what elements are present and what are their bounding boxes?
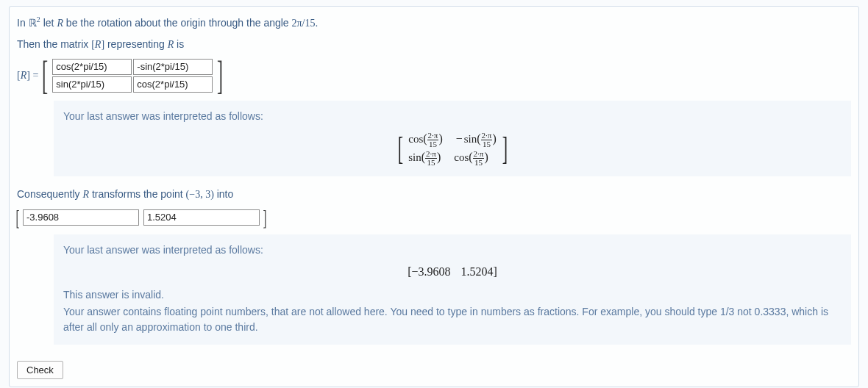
- var-R: R: [21, 70, 27, 81]
- disp-cell-1-1: cos(2·π15): [454, 150, 488, 167]
- prompt-line-2: Then the matrix [R] representing R is: [17, 37, 851, 52]
- interpreted-matrix: [ cos(2·π15) −sin(2·π15) sin(2·π15) cos(…: [63, 126, 842, 168]
- text: In: [17, 17, 29, 29]
- text: be the rotation about the origin through…: [63, 17, 292, 29]
- text: let: [40, 17, 57, 29]
- feedback-heading: Your last answer was interpreted as foll…: [63, 242, 842, 258]
- text: Consequently: [17, 188, 83, 200]
- disp-bracket-r: ]: [502, 134, 507, 164]
- invalid-heading: This answer is invalid.: [63, 287, 842, 303]
- text: representing: [104, 38, 168, 50]
- vector-input-row: [ ]: [17, 208, 851, 227]
- disp-y: 1.5204: [461, 265, 494, 279]
- matrix-left-bracket: [: [42, 58, 48, 93]
- prompt-line-3: Consequently R transforms the point (−3,…: [17, 187, 851, 202]
- text: is: [174, 38, 184, 50]
- vector-cell-y[interactable]: [143, 209, 260, 226]
- matrix-right-bracket: ]: [217, 58, 223, 93]
- check-button[interactable]: Check: [17, 361, 63, 379]
- text: Then the matrix: [17, 38, 91, 50]
- matrix-cell-0-0[interactable]: [52, 59, 132, 75]
- matrix-equation-row: [R] = [ ]: [17, 58, 851, 93]
- feedback-box-1: Your last answer was interpreted as foll…: [54, 101, 851, 176]
- vector-left-bracket: [: [16, 208, 20, 227]
- question-container: In ℝ2 let R be the rotation about the or…: [9, 6, 859, 387]
- invalid-message: Your answer contains floating point numb…: [63, 304, 842, 335]
- var-R: R: [57, 18, 63, 29]
- disp-x: −3.9608: [411, 265, 450, 279]
- vector-right-bracket: ]: [263, 208, 267, 227]
- feedback-heading: Your last answer was interpreted as foll…: [63, 109, 842, 124]
- disp-cell-0-0: cos(2·π15): [408, 132, 442, 148]
- feedback-box-2: Your last answer was interpreted as foll…: [54, 234, 851, 345]
- matrix-cell-1-0[interactable]: [52, 76, 132, 93]
- var-R: R: [83, 189, 90, 200]
- disp-cell-1-0: sin(2·π15): [408, 150, 441, 167]
- lhs: [R] =: [17, 69, 38, 82]
- equals: =: [30, 70, 38, 81]
- matrix-cell-0-1[interactable]: [133, 59, 213, 75]
- matrix-cell-1-1[interactable]: [133, 76, 213, 93]
- real-symbol: ℝ: [29, 18, 37, 29]
- vector-cell-x[interactable]: [23, 209, 139, 226]
- interpreted-vector: [−3.96081.5204]: [63, 259, 842, 280]
- disp-cell-0-1: −sin(2·π15): [456, 132, 497, 148]
- matrix-input-grid: [51, 58, 213, 93]
- var-R: R: [168, 39, 174, 50]
- text: .: [316, 17, 319, 29]
- text: into: [214, 188, 233, 200]
- prompt-line-1: In ℝ2 let R be the rotation about the or…: [17, 14, 851, 31]
- text: transforms the point: [89, 188, 186, 200]
- point: (−3, 3): [186, 189, 214, 200]
- disp-bracket-l: [: [397, 134, 402, 164]
- angle: 2π/15: [292, 18, 316, 29]
